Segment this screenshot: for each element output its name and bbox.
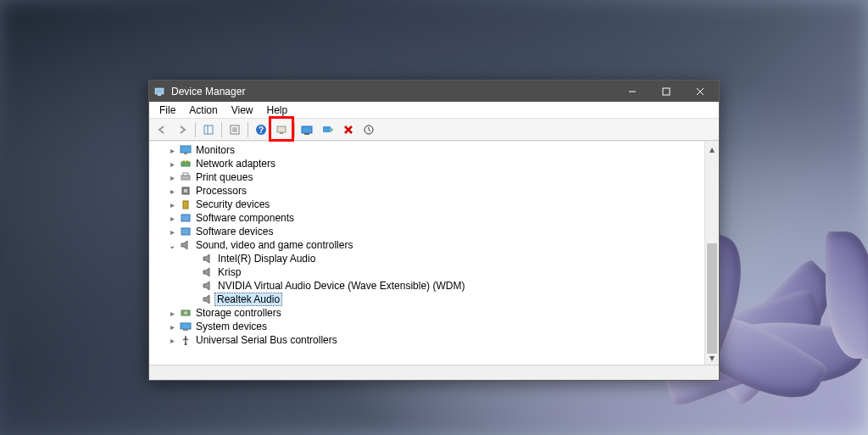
chevron-right-icon[interactable]: ▸ (166, 227, 178, 237)
chevron-right-icon[interactable]: ▸ (166, 336, 178, 345)
speaker-icon (201, 266, 214, 278)
tree-node-krisp[interactable]: Krisp (149, 265, 719, 279)
system-icon (179, 321, 192, 332)
svg-text:?: ? (259, 125, 264, 135)
svg-rect-27 (181, 176, 190, 180)
tree-node-sysdev[interactable]: ▸ System devices (149, 320, 719, 333)
chevron-right-icon[interactable]: ▸ (166, 214, 178, 223)
chevron-right-icon[interactable]: ▸ (166, 173, 178, 182)
tree-node-storage[interactable]: ▸ Storage controllers (149, 306, 719, 320)
svg-point-35 (184, 311, 187, 315)
svg-rect-0 (155, 88, 164, 94)
svg-rect-18 (323, 126, 331, 132)
svg-rect-23 (184, 153, 187, 154)
menubar: File Action View Help (149, 102, 719, 119)
svg-rect-26 (186, 160, 188, 162)
svg-rect-14 (277, 126, 286, 132)
scroll-up-icon[interactable]: ▴ (705, 142, 719, 156)
chevron-right-icon[interactable]: ▸ (166, 309, 178, 318)
svg-rect-16 (302, 126, 312, 133)
usb-icon (179, 334, 192, 346)
scroll-down-icon[interactable]: ▾ (705, 350, 719, 365)
menu-action[interactable]: Action (182, 103, 224, 118)
app-icon (154, 86, 166, 98)
minimize-button[interactable] (615, 81, 649, 102)
window-title: Device Manager (171, 86, 615, 98)
speaker-icon (201, 293, 214, 305)
statusbar (149, 365, 719, 380)
tree-node-monitors[interactable]: ▸ Monitors (149, 143, 719, 157)
titlebar[interactable]: Device Manager (149, 81, 719, 102)
printer-icon (179, 171, 192, 183)
maximize-button[interactable] (649, 81, 683, 102)
device-manager-window: Device Manager File Action View Help ? (148, 80, 720, 381)
close-button[interactable] (683, 81, 717, 102)
speaker-icon (201, 280, 214, 292)
svg-rect-22 (181, 146, 191, 153)
scan-hardware-button[interactable] (272, 120, 291, 139)
toolbar-separator (294, 122, 295, 137)
tree-node-security[interactable]: ▸ Security devices (149, 198, 719, 211)
speaker-icon (179, 239, 192, 251)
chevron-right-icon[interactable]: ▸ (166, 200, 178, 209)
svg-rect-25 (183, 160, 185, 162)
scrollbar-thumb[interactable] (707, 243, 717, 354)
properties-button[interactable] (225, 120, 244, 139)
svg-rect-32 (181, 215, 190, 221)
menu-help[interactable]: Help (260, 103, 295, 118)
svg-rect-28 (183, 173, 188, 176)
svg-rect-31 (183, 201, 188, 209)
toolbar-separator (248, 122, 248, 137)
svg-rect-15 (280, 132, 283, 134)
tree-node-sound[interactable]: ⌄ Sound, video and game controllers (149, 238, 719, 252)
toolbar-separator (195, 122, 196, 137)
storage-icon (179, 307, 192, 319)
toolbar-separator (221, 122, 222, 137)
chevron-right-icon[interactable]: ▸ (166, 322, 178, 332)
scan-changes-button[interactable] (359, 120, 378, 139)
svg-rect-33 (181, 228, 190, 235)
svg-rect-17 (304, 133, 309, 135)
chevron-right-icon[interactable]: ▸ (166, 146, 178, 155)
svg-rect-30 (184, 189, 187, 192)
tree-node-swcomp[interactable]: ▸ Software components (149, 211, 719, 225)
tree-node-printq[interactable]: ▸ Print queues (149, 170, 719, 184)
security-icon (179, 198, 192, 210)
show-hide-tree-button[interactable] (199, 120, 218, 139)
tree-node-realtek-audio[interactable]: Realtek Audio (149, 293, 719, 306)
svg-rect-24 (181, 162, 190, 166)
svg-rect-6 (204, 125, 213, 134)
chevron-down-icon[interactable]: ⌄ (166, 241, 178, 250)
menu-file[interactable]: File (153, 103, 182, 118)
tree-node-processors[interactable]: ▸ Processors (149, 184, 719, 198)
svg-rect-37 (183, 329, 188, 331)
tree-node-swdev[interactable]: ▸ Software devices (149, 225, 719, 238)
svg-rect-36 (181, 323, 191, 329)
forward-button[interactable] (173, 120, 192, 139)
tree-node-usb[interactable]: ▸ Universal Serial Bus controllers (149, 333, 719, 347)
toolbar: ? (149, 119, 719, 141)
help-button[interactable]: ? (252, 120, 270, 139)
svg-rect-3 (663, 88, 670, 95)
tree-node-network[interactable]: ▸ Network adapters (149, 157, 719, 170)
tree-node-nvidia-audio[interactable]: NVIDIA Virtual Audio Device (Wave Extens… (149, 279, 719, 293)
monitor-icon (179, 144, 192, 156)
menu-view[interactable]: View (225, 103, 260, 118)
chevron-right-icon[interactable]: ▸ (166, 187, 178, 196)
software-icon (179, 212, 192, 224)
device-tree[interactable]: ▸ Monitors ▸ Network adapters ▸ Print qu… (149, 141, 719, 365)
chevron-right-icon[interactable]: ▸ (166, 159, 178, 169)
scrollbar-vertical[interactable]: ▴ ▾ (704, 142, 719, 365)
tree-node-intel-audio[interactable]: Intel(R) Display Audio (149, 252, 719, 265)
uninstall-device-button[interactable] (339, 120, 358, 139)
speaker-icon (201, 253, 214, 265)
network-icon (179, 158, 192, 170)
software-icon (179, 226, 192, 237)
enable-device-button[interactable] (319, 120, 337, 139)
svg-point-38 (185, 343, 187, 346)
back-button[interactable] (153, 120, 171, 139)
svg-rect-1 (158, 94, 161, 96)
update-driver-button[interactable] (298, 120, 317, 139)
cpu-icon (179, 185, 192, 197)
